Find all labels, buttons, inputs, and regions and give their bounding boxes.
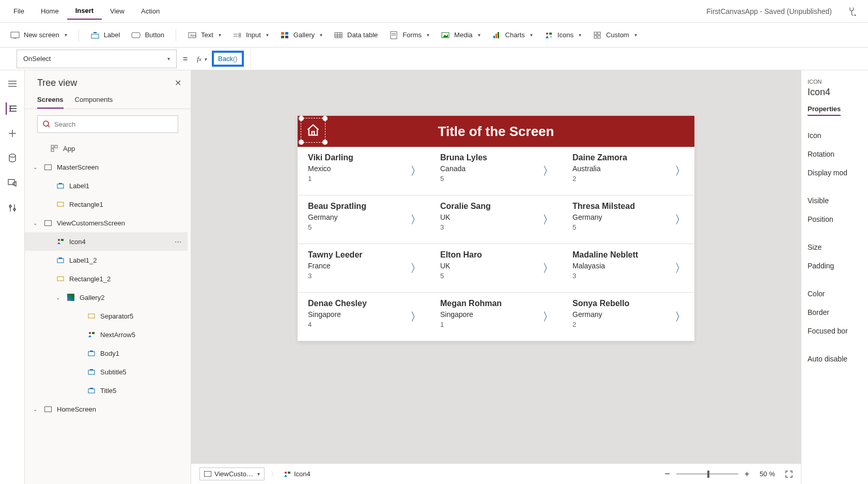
gallery-item[interactable]: Viki DarlingMexico1〉 [298,147,430,195]
zoom-in-icon[interactable]: + [745,470,749,479]
fx-icon[interactable]: fx ▾ [194,55,210,63]
formula-input[interactable]: Back() [212,51,244,67]
tree-node-rectangle12[interactable]: Rectangle1_2 [25,269,188,288]
tree-node-gallery2[interactable]: ⌄ Gallery2 [25,288,188,307]
forms-dropdown[interactable]: Forms▾ [389,31,429,40]
tree-node-icon4[interactable]: Icon4 ⋯ [25,232,188,251]
zoom-slider[interactable] [676,473,738,475]
svg-rect-60 [57,277,64,281]
tree-node-subtitle5[interactable]: Subtitle5 [25,362,188,381]
diagnostics-icon[interactable] [842,6,863,17]
more-icon[interactable]: ⋯ [175,238,181,246]
tab-screens[interactable]: Screens [37,96,64,109]
breadcrumb-control[interactable]: Icon4 [284,470,311,478]
gallery-item[interactable]: Tawny LeederFrance3〉 [298,244,430,293]
tree-node-body1[interactable]: Body1 [25,344,188,362]
gallery-item[interactable]: Megan RohmanSingapore1〉 [430,293,562,341]
chevron-right-icon[interactable]: 〉 [542,261,554,276]
property-row[interactable]: Padding [808,256,862,275]
label-button[interactable]: Label [90,31,120,40]
property-row[interactable]: Auto disable [808,350,862,368]
tree-node-label1[interactable]: Label1 [25,176,188,195]
gallery-item[interactable]: Daine ZamoraAustralia2〉 [562,147,694,195]
custom-dropdown[interactable]: Custom▾ [593,31,637,40]
chevron-right-icon[interactable]: 〉 [410,212,422,228]
property-row[interactable]: Color [808,284,862,303]
item-number: 3 [572,272,686,280]
property-selector[interactable]: OnSelect ▾ [17,50,177,68]
tree-node-app[interactable]: App [25,139,188,158]
menubar: File Home Insert View Action FirstCanvas… [0,0,868,23]
selected-icon4[interactable] [301,118,326,143]
gallery-dropdown[interactable]: Gallery▾ [280,31,322,40]
gallery-item[interactable]: Sonya RebelloGermany2〉 [562,293,694,341]
icons-dropdown[interactable]: + Icons▾ [544,31,581,40]
charts-dropdown[interactable]: Charts▾ [492,31,533,40]
tab-components[interactable]: Components [75,96,113,109]
gallery-item[interactable]: Beau SpratlingGermany5〉 [298,195,430,244]
search-input[interactable] [37,115,178,133]
property-row[interactable]: Display mod [808,163,862,182]
property-row[interactable]: Visible [808,191,862,210]
new-screen-button[interactable]: New screen▾ [10,31,67,40]
property-row[interactable]: Border [808,303,862,322]
close-icon[interactable]: ✕ [175,78,181,88]
text-icon: Abc [188,31,197,40]
chevron-right-icon[interactable]: 〉 [410,261,422,276]
charts-icon [492,31,501,40]
chevron-right-icon[interactable]: 〉 [542,212,554,228]
tree-view-icon[interactable] [6,102,18,115]
item-country: France [308,262,422,270]
property-row[interactable]: Position [808,210,862,229]
zoom-out-icon[interactable]: − [665,468,671,479]
text-dropdown[interactable]: Abc Text▾ [188,31,221,40]
property-row[interactable]: Rotation [808,145,862,163]
chevron-right-icon[interactable]: 〉 [675,309,686,325]
chevron-right-icon[interactable]: 〉 [542,309,554,325]
tree-node-rectangle1[interactable]: Rectangle1 [25,195,188,214]
property-row[interactable]: Focused bor [808,322,862,340]
device-preview[interactable]: Title of the Screen Viki DarlingMexico1〉… [298,116,694,341]
media-dropdown[interactable]: Media▾ [441,31,480,40]
data-icon[interactable] [6,152,19,164]
tools-icon[interactable] [6,202,19,214]
menu-file[interactable]: File [5,3,33,19]
gallery-item[interactable]: Coralie SangUK3〉 [430,195,562,244]
hamburger-icon[interactable] [6,78,19,90]
tree-node-separator5[interactable]: Separator5 [25,307,188,325]
item-name: Thresa Milstead [572,202,686,211]
button-button[interactable]: Button [131,31,164,40]
gallery-item[interactable]: Bruna LylesCanada5〉 [430,147,562,195]
tree-node-homescreen[interactable]: ⌄ HomeScreen [25,400,188,418]
fit-icon[interactable] [785,471,793,478]
tree-node-label12[interactable]: Label1_2 [25,251,188,269]
menu-action[interactable]: Action [133,3,168,19]
property-row[interactable]: Icon [808,126,862,145]
input-dropdown[interactable]: Input▾ [233,31,269,40]
data-table-button[interactable]: Data table [334,31,378,40]
gallery-control[interactable]: Viki DarlingMexico1〉Bruna LylesCanada5〉D… [298,147,694,341]
tree-node-viewcustomers[interactable]: ⌄ ViewCustomersScreen [25,214,188,232]
tree-node-title5[interactable]: Title5 [25,381,188,400]
add-icon[interactable] [6,127,19,140]
gallery-item[interactable]: Elton HaroUK5〉 [430,244,562,293]
control-name[interactable]: Icon4 [808,87,862,98]
menu-view[interactable]: View [102,3,133,19]
chevron-right-icon[interactable]: 〉 [542,163,554,179]
gallery-item[interactable]: Thresa MilsteadGermany5〉 [562,195,694,244]
chevron-right-icon[interactable]: 〉 [675,163,686,179]
breadcrumb-screen[interactable]: ViewCusto…▾ [199,467,265,480]
tree-node-masterscreen[interactable]: ⌄ MasterScreen [25,158,188,176]
menu-home[interactable]: Home [33,3,67,19]
gallery-item[interactable]: Denae ChesleySingapore4〉 [298,293,430,341]
tab-properties[interactable]: Properties [808,105,841,116]
media-rail-icon[interactable] [6,177,19,189]
chevron-right-icon[interactable]: 〉 [675,261,686,276]
chevron-right-icon[interactable]: 〉 [675,212,686,228]
property-row[interactable]: Size [808,238,862,256]
menu-insert[interactable]: Insert [67,3,102,20]
chevron-right-icon[interactable]: 〉 [410,163,422,179]
tree-node-nextarrow5[interactable]: NextArrow5 [25,325,188,344]
chevron-right-icon[interactable]: 〉 [410,309,422,325]
gallery-item[interactable]: Madaline NeblettMalayasia3〉 [562,244,694,293]
